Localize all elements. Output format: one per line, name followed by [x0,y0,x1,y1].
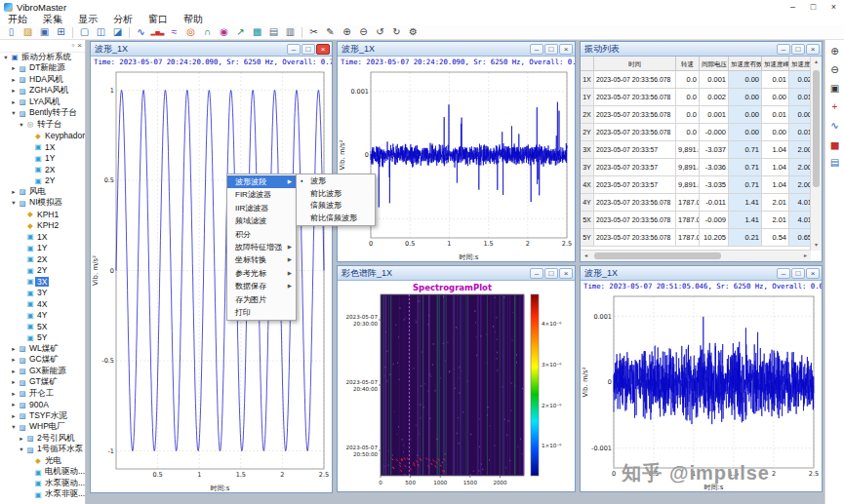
menu-item-分析[interactable]: 分析 [105,14,141,25]
panel-titlebar[interactable]: 波形_1X –□× [91,42,332,57]
table-cell[interactable]: 0.01 [789,89,811,106]
table-cell[interactable]: 2023-05-07 20:33:56.078 [594,124,676,141]
zoom-in-icon[interactable]: ⊕ [339,25,355,39]
window-maximize-button[interactable]: □ [803,0,824,14]
table-cell[interactable]: 2023-05-07 20:33:57 [594,176,676,194]
table-cell[interactable]: 0.02 [789,71,811,89]
table-cell[interactable]: 4X [581,176,594,194]
waveform-icon[interactable]: ∿ [133,25,149,39]
table-cell[interactable]: 2.01 [762,212,789,229]
tree-caret-icon[interactable]: ▸ [10,412,18,420]
column-header-加速度峰值[interactable]: 加速度峰值 [762,57,789,71]
window-titlebar[interactable]: VibroMaster –□× [0,0,844,15]
table-cell[interactable]: -0.009 [700,212,729,229]
edit-icon[interactable]: ✎ [322,25,339,39]
panel-close-button[interactable]: × [316,44,330,55]
tree-item-900A[interactable]: ▸▨900A [0,400,85,411]
panel-minimize-button[interactable]: – [777,44,790,55]
table-cell[interactable]: 2023-05-07 20:33:56.078 [594,229,676,247]
tree-item-Keyphador[interactable]: ◆Keyphador [0,131,85,142]
table-cell[interactable]: 0.21 [729,229,762,247]
context-item-数据保存[interactable]: 数据保存▶ [227,280,296,292]
tree-caret-icon[interactable]: ▸ [10,401,18,408]
table-cell[interactable]: 4.01 [789,194,811,212]
tree-item-ZGHA风机[interactable]: ▸▨ZGHA风机 [0,86,85,97]
table-cell[interactable]: 2.00 [789,176,811,194]
tree-item-水泵非驱...[interactable]: ▣水泵非驱... [0,489,85,501]
context-item-故障特征增强[interactable]: 故障特征增强▶ [227,241,296,253]
table-cell[interactable]: 2023-05-07 20:33:56.078 [594,194,676,212]
context-item-积分[interactable]: 积分 [227,228,296,241]
spectrum-tool-icon[interactable]: ▅ [827,136,843,151]
tree-item-HDA风机[interactable]: ▸▨HDA风机 [0,74,85,86]
table-cell[interactable]: 0.0 [676,71,700,89]
menu-item-开始[interactable]: 开始 [0,14,35,25]
table-cell[interactable]: 4.01 [789,212,811,229]
table-cell[interactable]: 2X [581,106,594,124]
table-cell[interactable]: 1Y [581,89,594,106]
tree-item-WHP电厂[interactable]: ▾▨WHP电厂 [0,422,85,434]
open-folder-icon[interactable]: ▨ [20,25,36,39]
context-item-频域滤波[interactable]: 频域滤波 [227,214,296,227]
column-header-加速度峰峰值[interactable]: 加速度峰峰值 [789,57,811,71]
table-cell[interactable]: -3.035 [700,176,729,194]
tree-caret-icon[interactable]: ▾ [10,423,18,431]
tree-caret-icon[interactable]: ▾ [18,121,25,129]
panel-maximize-button[interactable]: □ [791,44,805,55]
panel-close-button[interactable]: × [559,44,573,55]
table-row-5Y[interactable]: 5Y2023-05-07 20:33:56.0781787.010.2050.2… [581,229,811,247]
panel-maximize-button[interactable]: □ [544,268,558,279]
tree-item-5X[interactable]: ▣5X [0,321,85,332]
tree-item-电机驱动...[interactable]: ▣电机驱动... [0,467,85,479]
tree-item-2号引风机[interactable]: ▸▨2号引风机 [0,433,85,445]
table-cell[interactable]: 0.71 [729,141,762,159]
table-row-3X[interactable]: 3X2023-05-07 20:33:579,891.0-3.0370.711.… [581,141,811,159]
sidebar-close-button[interactable]: × [77,42,82,50]
cascade-icon[interactable]: ◪ [109,25,126,39]
panel-close-button[interactable]: × [806,44,820,55]
tree-item-GT煤矿[interactable]: ▸▨GT煤矿 [0,377,85,389]
table-row-5X[interactable]: 5X2023-05-07 20:33:56.0781787.0-0.0091.4… [581,212,811,229]
table-cell[interactable]: 2023-05-07 20:33:56.078 [594,106,676,124]
tree-item-开仑工[interactable]: ▸▨开仑工 [0,388,85,400]
table-cell[interactable]: -0.011 [700,194,729,212]
menu-item-显示[interactable]: 显示 [70,14,105,25]
tree-caret-icon[interactable]: ▾ [10,109,18,117]
table-cell[interactable]: 0.65 [789,229,811,247]
tree-item-1Y[interactable]: ▣1Y [0,243,85,254]
scroll-left-arrow-icon[interactable]: ◂ [581,251,591,261]
redo-icon[interactable]: ↻ [388,25,405,39]
tree-item-1X[interactable]: ▣1X [0,231,85,243]
column-header-转速[interactable]: 转速 [676,57,700,71]
settings-icon[interactable]: ⚙ [405,25,422,39]
table-cell[interactable]: 1.04 [762,176,789,194]
tree-item-1号循环水泵[interactable]: ▾▨1号循环水泵 [0,445,85,456]
tree-caret-icon[interactable]: ▸ [10,64,18,72]
zoom-out-tool-icon[interactable]: ⊖ [827,61,843,77]
table-cell[interactable]: 4Y [581,194,594,212]
layout-icon[interactable]: ◫ [93,25,109,39]
table-cell[interactable]: 1.41 [729,212,762,229]
tree-caret-icon[interactable]: ▸ [10,345,18,353]
waterfall-icon[interactable]: ≈ [166,25,182,39]
table-row-3Y[interactable]: 3Y2023-05-07 20:33:579,891.0-3.0360.711.… [581,159,811,176]
vertical-scrollbar[interactable]: ▴▾ [810,57,822,251]
table-cell[interactable]: 5Y [581,229,594,247]
new-file-icon[interactable]: ▯ [3,25,20,39]
tree-item-4Y[interactable]: ▣4Y [0,310,85,322]
tree-item-3X[interactable]: ▣3X [0,276,85,288]
tree-item-LYA风机[interactable]: ▸▨LYA风机 [0,97,85,108]
tree-item-GX新能源[interactable]: ▸▨GX新能源 [0,366,85,377]
table-cell[interactable]: 1.04 [762,159,789,176]
hscroll-thumb[interactable] [594,252,721,259]
tree-caret-icon[interactable]: ▸ [10,368,18,375]
tree-item-1Y[interactable]: ▣1Y [0,153,85,165]
table-cell[interactable]: 0.01 [762,71,789,89]
zoom-out-icon[interactable]: ⊖ [355,25,372,39]
zoom-in-tool-icon[interactable]: ⊕ [827,43,843,58]
tree-caret-icon[interactable]: ▾ [10,199,18,207]
table-cell[interactable]: 2023-05-07 20:33:56.078 [594,89,676,106]
table-cell[interactable]: 3Y [581,159,594,176]
tree-item-转子台[interactable]: ▾◎转子台 [0,119,85,131]
table-cell[interactable]: 1X [581,71,594,89]
